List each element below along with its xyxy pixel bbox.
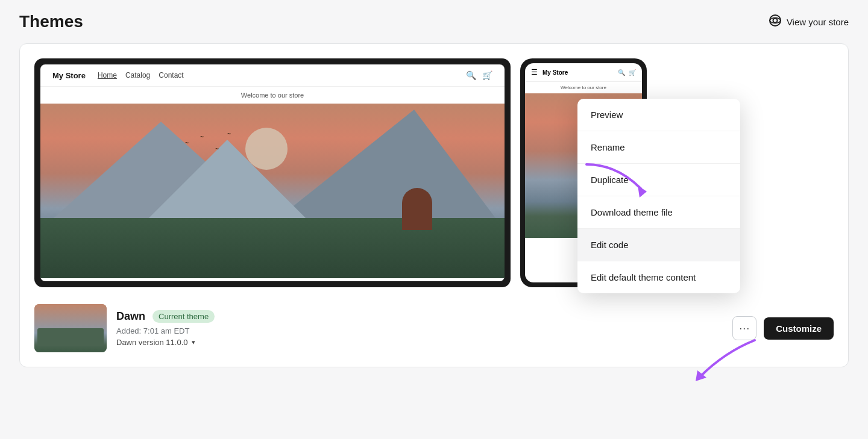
desktop-mockup: My Store Home Catalog Contact 🔍 🛒 Welcom… xyxy=(34,58,511,287)
dropdown-item-preview[interactable]: Preview xyxy=(577,99,740,131)
theme-name-row: Dawn Current theme xyxy=(116,310,723,323)
mobile-nav: ☰ My Store 🔍 🛒 xyxy=(525,63,642,82)
customize-button[interactable]: Customize xyxy=(764,317,834,340)
mobile-store-name: My Store xyxy=(542,69,568,76)
page-title: Themes xyxy=(19,12,83,31)
theme-name: Dawn xyxy=(116,310,145,323)
current-theme-badge: Current theme xyxy=(153,310,215,323)
person-silhouette xyxy=(402,188,432,230)
view-store-button[interactable]: View your store xyxy=(769,14,849,30)
desktop-hero-text: Welcome to our store xyxy=(40,87,505,104)
desktop-hero-image: ~ ~ ~ ~ xyxy=(40,104,505,278)
action-buttons: ··· Customize xyxy=(732,316,834,340)
three-dots-icon: ··· xyxy=(739,322,750,335)
bird-4: ~ xyxy=(227,131,231,137)
desktop-inner: My Store Home Catalog Contact 🔍 🛒 Welcom… xyxy=(40,64,505,281)
theme-version-label: Dawn version 11.0.0 xyxy=(116,338,188,347)
theme-version[interactable]: Dawn version 11.0.0 ▾ xyxy=(116,338,723,347)
view-store-label: View your store xyxy=(787,17,849,27)
nav-link-catalog: Catalog xyxy=(125,71,150,79)
arrow-pointer-2 xyxy=(688,334,761,391)
nav-link-home: Home xyxy=(98,71,117,79)
nav-icons: 🔍 🛒 xyxy=(466,70,492,80)
bird-1: ~ xyxy=(185,140,189,146)
arrow-pointer-1 xyxy=(580,158,653,209)
hamburger-icon: ☰ xyxy=(531,68,538,76)
svg-point-1 xyxy=(773,18,777,22)
store-name: My Store xyxy=(52,71,86,80)
bird-3: ~ xyxy=(215,146,219,152)
mobile-nav-icons: 🔍 🛒 xyxy=(618,69,636,76)
nav-link-contact: Contact xyxy=(159,71,183,79)
nav-links: Home Catalog Contact xyxy=(98,71,184,79)
mobile-search-icon: 🔍 xyxy=(618,69,625,76)
svg-marker-2 xyxy=(638,185,647,198)
theme-thumbnail xyxy=(34,304,107,352)
svg-point-0 xyxy=(770,15,781,26)
dropdown-item-edit-content[interactable]: Edit default theme content xyxy=(577,261,740,293)
theme-info: Dawn Current theme Added: 7:01 am EDT Da… xyxy=(116,310,723,347)
mobile-cart-icon: 🛒 xyxy=(629,69,636,76)
theme-card: My Store Home Catalog Contact 🔍 🛒 Welcom… xyxy=(19,43,849,367)
bird-2: ~ xyxy=(200,134,204,140)
mobile-hero-text: Welcome to our store xyxy=(525,82,642,93)
hero-trees xyxy=(40,218,505,278)
dropdown-item-edit-code[interactable]: Edit code xyxy=(577,229,740,261)
eye-icon xyxy=(769,14,782,30)
chevron-down-icon: ▾ xyxy=(192,338,195,346)
page-header: Themes View your store xyxy=(0,0,868,43)
desktop-nav: My Store Home Catalog Contact 🔍 🛒 xyxy=(40,64,505,87)
theme-added: Added: 7:01 am EDT xyxy=(116,326,723,335)
search-icon: 🔍 xyxy=(466,70,476,80)
theme-info-row: Dawn Current theme Added: 7:01 am EDT Da… xyxy=(34,299,834,352)
cart-icon: 🛒 xyxy=(482,70,492,80)
theme-preview-area: My Store Home Catalog Contact 🔍 🛒 Welcom… xyxy=(34,58,834,287)
